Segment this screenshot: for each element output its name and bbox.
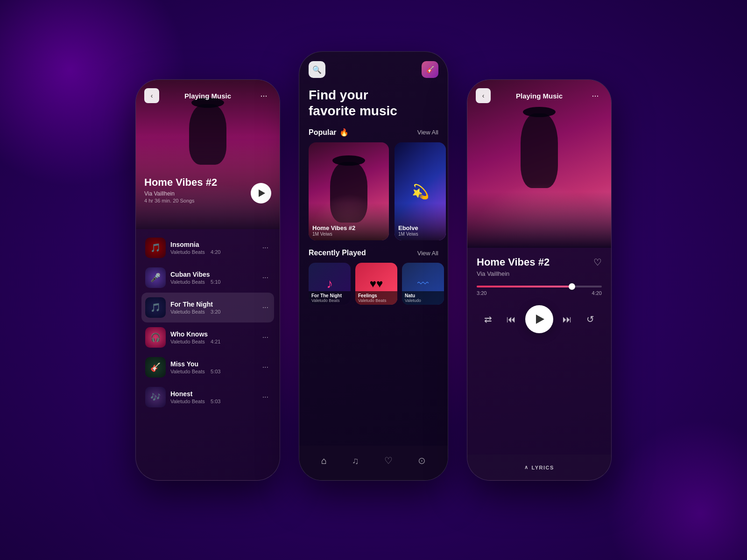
recently-card-for-night[interactable]: ♪ For The Night Valetudo Beats bbox=[309, 263, 351, 305]
song-list: 🎵 Insomnia Valetudo Beats 4:20 ··· 🎤 Cub… bbox=[136, 229, 280, 416]
next-button[interactable]: ⏭ bbox=[558, 310, 577, 329]
current-time: 3:20 bbox=[477, 290, 486, 296]
user-avatar[interactable]: 🎸 bbox=[422, 61, 438, 78]
card-song-name: Home Vibes #2 bbox=[312, 224, 385, 231]
song-artist-time: Valetudo Beats 5:03 bbox=[170, 399, 256, 404]
left-hero-image: ‹ Playing Music ··· Home Vibes #2 Via Va… bbox=[136, 80, 280, 229]
hero-meta: 4 hr 36 min. 20 Songs bbox=[144, 198, 217, 203]
popular-cards-row: Home Vibes #2 1M Veiws 💫 Ebolve 1M Veiws bbox=[299, 142, 448, 240]
nav-favorites[interactable]: ♡ bbox=[378, 452, 399, 469]
person-icon: ⊙ bbox=[418, 455, 426, 466]
play-pause-button[interactable] bbox=[525, 305, 553, 333]
song-item[interactable]: 🎵 Insomnia Valetudo Beats 4:20 ··· bbox=[141, 233, 274, 263]
right-artist: Via Vaillhein bbox=[477, 270, 602, 277]
song-name: Insomnia bbox=[170, 241, 256, 248]
song-item[interactable]: 🎸 Miss You Valetudo Beats 5:03 ··· bbox=[141, 352, 274, 382]
song-item[interactable]: 🎶 Honest Valetudo Beats 5:03 ··· bbox=[141, 382, 274, 412]
card-song-name: Ebolve bbox=[398, 224, 442, 231]
fire-icon: 🔥 bbox=[339, 128, 349, 137]
progress-times: 3:20 4:20 bbox=[477, 290, 602, 296]
progress-bar[interactable] bbox=[477, 286, 602, 287]
search-icon: 🔍 bbox=[312, 65, 322, 74]
nav-music[interactable]: ♫ bbox=[345, 453, 366, 469]
card-views: 1M Veiws bbox=[398, 231, 442, 237]
recently-card-artist: Valetudo bbox=[405, 298, 441, 303]
card-overlay: Home Vibes #2 1M Veiws bbox=[309, 203, 389, 240]
song-name: Honest bbox=[170, 390, 256, 398]
more-options-button[interactable]: ··· bbox=[261, 301, 270, 314]
hero-play-button[interactable] bbox=[251, 183, 271, 203]
music-icon: ♫ bbox=[352, 455, 359, 466]
recently-view-all[interactable]: View All bbox=[417, 250, 438, 257]
nav-home[interactable]: ⌂ bbox=[315, 453, 333, 469]
popular-card-home-vibes[interactable]: Home Vibes #2 1M Veiws bbox=[309, 142, 389, 240]
popular-view-all[interactable]: View All bbox=[417, 129, 438, 136]
right-hero-image: ‹ Playing Music ··· bbox=[467, 80, 611, 248]
song-item[interactable]: 🎤 Cuban Vibes Valetudo Beats 5:10 ··· bbox=[141, 263, 274, 293]
search-button[interactable]: 🔍 bbox=[309, 61, 325, 78]
more-options-button[interactable]: ··· bbox=[261, 272, 270, 284]
home-icon: ⌂ bbox=[321, 455, 327, 466]
song-thumb-honest: 🎶 bbox=[145, 387, 166, 407]
prev-button[interactable]: ⏮ bbox=[502, 310, 521, 329]
song-thumb-missyou: 🎸 bbox=[145, 357, 166, 378]
recently-card-label: Feelings Valetudo Beats bbox=[355, 291, 397, 305]
song-name: Who Knows bbox=[170, 330, 256, 338]
shuffle-button[interactable]: ⇄ bbox=[479, 310, 498, 329]
progress-fill bbox=[477, 286, 572, 287]
right-song-title-row: Home Vibes #2 ♡ bbox=[477, 256, 602, 268]
like-button[interactable]: ♡ bbox=[593, 257, 602, 268]
right-artist-figure bbox=[516, 103, 563, 178]
song-artist-time: Valetudo Beats 5:10 bbox=[170, 279, 256, 285]
card-views: 1M Veiws bbox=[312, 231, 385, 237]
song-info: Who Knows Valetudo Beats 4:21 bbox=[170, 330, 256, 344]
more-options-button[interactable]: ··· bbox=[261, 361, 270, 373]
recently-card-label: For The Night Valetudo Beats bbox=[309, 291, 351, 305]
recently-card-title: Natu bbox=[405, 293, 441, 298]
back-button[interactable]: ‹ bbox=[144, 88, 159, 103]
song-thumb-night: 🎵 bbox=[145, 297, 166, 318]
right-header-title: Playing Music bbox=[516, 92, 563, 100]
popular-card-ebolve[interactable]: 💫 Ebolve 1M Veiws bbox=[395, 142, 446, 240]
song-item-active[interactable]: 🎵 For The Night Valetudo Beats 3:20 ··· bbox=[141, 293, 274, 322]
more-options-button[interactable]: ··· bbox=[261, 391, 270, 403]
progress-thumb[interactable] bbox=[569, 283, 575, 290]
recently-section: Recently Played View All ♪ For The Night… bbox=[299, 249, 448, 305]
playback-controls: ⇄ ⏮ ⏭ ↺ bbox=[477, 305, 602, 333]
nav-profile[interactable]: ⊙ bbox=[411, 452, 432, 469]
repeat-button[interactable]: ↺ bbox=[581, 310, 599, 329]
right-controls: Home Vibes #2 ♡ Via Vaillhein 3:20 4:20 … bbox=[467, 248, 611, 342]
progress-track bbox=[477, 286, 602, 287]
song-item[interactable]: 🎧 Who Knows Valetudo Beats 4:21 ··· bbox=[141, 322, 274, 352]
play-icon bbox=[536, 315, 544, 324]
song-name: Cuban Vibes bbox=[170, 271, 256, 278]
center-phone: 🔍 🎸 Find your favorite music Popular 🔥 V… bbox=[299, 51, 448, 481]
right-phone: ‹ Playing Music ··· Home Vibes #2 ♡ Via … bbox=[467, 79, 612, 481]
figure-shape bbox=[521, 113, 558, 188]
chevron-up-icon: ∧ bbox=[524, 464, 529, 470]
total-time: 4:20 bbox=[592, 290, 602, 296]
lyrics-button[interactable]: ∧ LYRICS bbox=[467, 455, 611, 480]
bottom-nav: ⌂ ♫ ♡ ⊙ bbox=[299, 446, 448, 480]
more-button[interactable]: ··· bbox=[588, 88, 603, 103]
recently-card-natu[interactable]: 〰 Natu Valetudo bbox=[402, 263, 444, 305]
song-thumb-whoknows: 🎧 bbox=[145, 327, 166, 348]
more-options-button[interactable]: ··· bbox=[261, 331, 270, 343]
repeat-icon: ↺ bbox=[586, 314, 594, 325]
card-overlay: Ebolve 1M Veiws bbox=[395, 203, 446, 240]
more-options-button[interactable]: ··· bbox=[261, 242, 270, 254]
song-name: Miss You bbox=[170, 360, 256, 368]
hero-text: Find your favorite music bbox=[299, 83, 448, 128]
recently-section-header: Recently Played View All bbox=[299, 249, 448, 257]
left-header-title: Playing Music bbox=[184, 92, 231, 100]
wave-icon: 〰 bbox=[417, 277, 429, 290]
lyrics-label: LYRICS bbox=[532, 465, 554, 470]
recently-card-feelings[interactable]: ♥♥ Feelings Valetudo Beats bbox=[355, 263, 397, 305]
hero-artist: Via Vaillhein bbox=[144, 190, 217, 197]
back-button[interactable]: ‹ bbox=[476, 88, 491, 103]
more-button[interactable]: ··· bbox=[256, 88, 271, 103]
phones-container: ‹ Playing Music ··· Home Vibes #2 Via Va… bbox=[135, 79, 612, 481]
recently-card-title: For The Night bbox=[311, 293, 348, 298]
song-info: Miss You Valetudo Beats 5:03 bbox=[170, 360, 256, 374]
song-info: For The Night Valetudo Beats 3:20 bbox=[170, 301, 256, 315]
